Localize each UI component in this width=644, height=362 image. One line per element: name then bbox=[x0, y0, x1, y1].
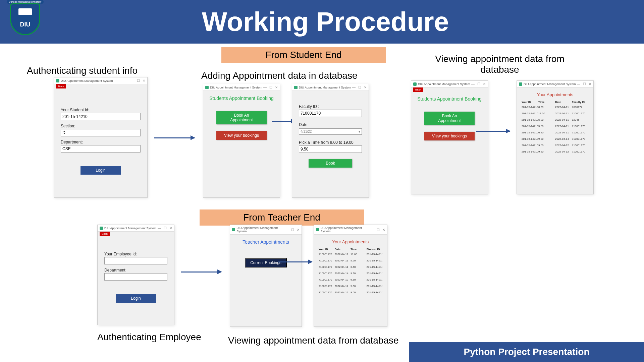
appointments-table: Your IDDateTimeStudent ID7100011702022-0… bbox=[314, 248, 387, 294]
arrow-icon bbox=[278, 261, 312, 262]
table-row: 201-15-142109.502022-04-12710001170 bbox=[522, 144, 589, 147]
banner-teacher-end: From Teacher End bbox=[200, 209, 364, 226]
caption-auth-student: Authenticating student info bbox=[27, 65, 138, 76]
section-label: Section: bbox=[61, 124, 141, 128]
caption-adding: Adding Appointment data in database bbox=[201, 70, 357, 81]
app-icon bbox=[294, 86, 298, 89]
date-label: Date : bbox=[299, 122, 362, 127]
window-titlebar: DIU Appointment Management System —☐✕ bbox=[54, 77, 147, 84]
faculty-id-label: Faculty ID : bbox=[299, 104, 362, 109]
table-row: 201-15-142105.202022-04-1112345 bbox=[522, 118, 589, 121]
footer-label: Python Project Presentation bbox=[409, 342, 644, 362]
time-label: Pick a Time from 9.00 to 19.00 bbox=[299, 140, 362, 145]
table-row: 7100011702022-04-149.30201-15-14210 bbox=[319, 272, 382, 275]
app-icon bbox=[232, 228, 235, 231]
login-button[interactable]: Login bbox=[80, 166, 121, 175]
chevron-down-icon: ▾ bbox=[359, 130, 360, 133]
window-controls[interactable]: —☐✕ bbox=[263, 85, 278, 89]
window-controls[interactable]: —☐✕ bbox=[471, 82, 486, 86]
window-titlebar: DIU Appointment Management System —☐✕ bbox=[411, 81, 488, 87]
window-controls[interactable]: —☐✕ bbox=[371, 228, 385, 232]
app-icon bbox=[519, 82, 522, 86]
booking-heading: Students Appointment Booking bbox=[203, 91, 280, 104]
employee-id-label: Your Employee id: bbox=[104, 252, 167, 256]
current-bookings-button[interactable]: Current Bookings bbox=[245, 258, 287, 267]
diu-logo: Daffodil International University DIU bbox=[7, 3, 44, 40]
login-button[interactable]: Login bbox=[116, 294, 156, 303]
time-input[interactable] bbox=[299, 145, 362, 153]
department-input[interactable] bbox=[61, 145, 141, 153]
slide-title: Working Procedure bbox=[44, 6, 644, 37]
window-controls[interactable]: —☐✕ bbox=[158, 226, 172, 230]
teacher-heading: Teacher Appointments bbox=[230, 235, 302, 248]
app-icon bbox=[205, 86, 209, 89]
app-icon bbox=[56, 79, 59, 82]
back-button[interactable]: Back bbox=[56, 84, 66, 88]
department-input[interactable] bbox=[104, 273, 167, 281]
window-titlebar: DIU Appointment Management System —☐✕ bbox=[314, 225, 387, 235]
window-controls[interactable]: —☐✕ bbox=[131, 79, 145, 82]
window-student-appointments: DIU Appointment Management System —☐✕ Yo… bbox=[517, 80, 594, 194]
view-bookings-button[interactable]: View your bookings bbox=[216, 131, 267, 140]
table-row: 201-15-142109.502022-04-12710001170 bbox=[522, 150, 589, 153]
arrow-icon bbox=[154, 137, 195, 138]
window-teacher-appointments: DIU Appointment Management System —☐✕ Yo… bbox=[314, 225, 387, 327]
view-bookings-button[interactable]: View your bookings bbox=[424, 132, 475, 140]
window-controls[interactable]: —☐✕ bbox=[577, 82, 591, 86]
window-titlebar: DIU Appointment Management System —☐✕ bbox=[517, 81, 593, 87]
table-row: 7100011702022-04-129.50201-15-14210 bbox=[319, 285, 382, 288]
department-label: Department: bbox=[61, 140, 141, 144]
book-appointment-button[interactable]: Book An Appointment bbox=[216, 111, 267, 124]
table-row: 201-15-142106.402022-04-11710001170 bbox=[522, 131, 589, 134]
app-icon bbox=[413, 82, 417, 86]
window-book-form: DIU Appointment Management System —☐✕ Fa… bbox=[292, 84, 369, 198]
student-id-label: Your Student id: bbox=[61, 108, 141, 112]
table-row: 7100011702022-04-1111.00201-15-14210 bbox=[319, 253, 382, 256]
window-booking-menu-2: DIU Appointment Management System —☐✕ Ba… bbox=[411, 80, 488, 194]
slide-header: Daffodil International University DIU Wo… bbox=[0, 0, 644, 44]
table-row: 201-15-142105.502022-04-11710001170 bbox=[522, 125, 589, 128]
back-button[interactable]: Back bbox=[100, 232, 110, 236]
book-button[interactable]: Book bbox=[309, 159, 352, 168]
window-titlebar: DIU Appointment Management System —☐✕ bbox=[292, 84, 369, 91]
window-titlebar: DIU Appointment Management System —☐✕ bbox=[230, 225, 302, 235]
table-row: 201-15-142108.592022-04-117000177 bbox=[522, 106, 589, 109]
app-icon bbox=[100, 227, 103, 230]
app-icon bbox=[316, 228, 319, 231]
table-row: 201-15-1421011.002022-04-11710001170 bbox=[522, 112, 589, 115]
caption-viewing-student: Viewing appointment data from database bbox=[426, 54, 574, 75]
student-id-input[interactable] bbox=[61, 113, 141, 120]
window-employee-login: DIU Appointment Management System —☐✕ Ba… bbox=[97, 225, 174, 325]
table-row: 7100011702022-04-116.40201-15-14210 bbox=[319, 265, 382, 268]
banner-student-end: From Student End bbox=[221, 47, 386, 63]
window-titlebar: DIU Appointment Management System —☐✕ bbox=[98, 225, 174, 232]
faculty-id-input[interactable] bbox=[299, 110, 362, 117]
table-row: 7100011702022-04-129.50201-15-14210 bbox=[319, 291, 382, 294]
logo-text: DIU bbox=[11, 21, 39, 28]
caption-viewing-teacher: Viewing appointment data from database bbox=[228, 335, 398, 346]
window-booking-menu: DIU Appointment Management System —☐✕ St… bbox=[203, 84, 280, 198]
window-controls[interactable]: —☐✕ bbox=[352, 85, 367, 89]
section-input[interactable] bbox=[61, 129, 141, 136]
table-row: 7100011702022-04-115.20201-15-14210 bbox=[319, 259, 382, 262]
book-appointment-button[interactable]: Book An Appointment bbox=[424, 112, 475, 125]
arrow-icon bbox=[476, 131, 510, 132]
arrow-icon bbox=[181, 272, 221, 273]
caption-auth-employee: Authenticating Employee bbox=[97, 332, 201, 343]
window-teacher-menu: DIU Appointment Management System —☐✕ Te… bbox=[230, 225, 302, 327]
table-row: 7100011702022-04-129.50201-15-14210 bbox=[319, 278, 382, 281]
employee-id-input[interactable] bbox=[104, 257, 167, 264]
appointments-heading: Your Appointments bbox=[517, 87, 593, 101]
back-button[interactable]: Back bbox=[413, 87, 423, 92]
appointments-heading: Your Appointments bbox=[314, 235, 387, 248]
window-student-login: DIU Appointment Management System —☐✕ Ba… bbox=[54, 77, 148, 198]
date-picker[interactable]: 4/11/22▾ bbox=[299, 128, 362, 135]
table-row: 201-15-142109.302022-04-14710001170 bbox=[522, 137, 589, 140]
appointments-table: Your IDTimeDateFaculty ID201-15-142108.5… bbox=[517, 101, 593, 153]
window-titlebar: DIU Appointment Management System —☐✕ bbox=[203, 84, 280, 91]
department-label: Department: bbox=[104, 268, 167, 273]
window-controls[interactable]: —☐✕ bbox=[285, 228, 300, 232]
